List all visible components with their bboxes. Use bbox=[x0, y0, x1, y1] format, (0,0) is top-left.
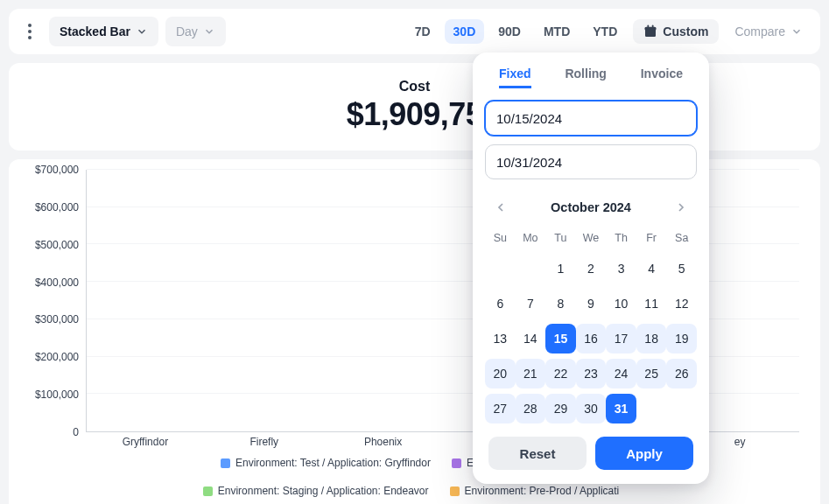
y-tick: $300,000 bbox=[35, 313, 79, 326]
calendar-dow: Fr bbox=[636, 227, 667, 249]
calendar-day[interactable]: 30 bbox=[576, 394, 607, 424]
popover-tab-invoice[interactable]: Invoice bbox=[641, 66, 683, 88]
chevron-down-icon bbox=[136, 25, 148, 38]
calendar-day[interactable]: 26 bbox=[666, 359, 697, 388]
x-tick: Phoenix bbox=[347, 436, 420, 448]
x-tick: ey bbox=[703, 436, 776, 448]
calendar-day[interactable]: 1 bbox=[545, 254, 576, 284]
range-90d[interactable]: 90D bbox=[489, 19, 530, 44]
calendar-day[interactable]: 8 bbox=[545, 289, 576, 318]
granularity-select[interactable]: Day bbox=[165, 17, 226, 46]
y-tick: $700,000 bbox=[35, 164, 79, 176]
calendar-day[interactable]: 21 bbox=[516, 359, 546, 388]
calendar-day[interactable]: 5 bbox=[666, 254, 697, 284]
y-tick: $600,000 bbox=[35, 201, 79, 214]
calendar-dow: We bbox=[576, 227, 607, 249]
calendar-day[interactable]: 27 bbox=[485, 394, 516, 424]
compare-button[interactable]: Compare bbox=[726, 19, 811, 44]
kebab-icon bbox=[28, 23, 32, 41]
chart-type-select[interactable]: Stacked Bar bbox=[49, 17, 158, 46]
more-menu-button[interactable] bbox=[18, 19, 42, 44]
next-month-button[interactable] bbox=[669, 195, 693, 220]
calendar-day[interactable]: 11 bbox=[636, 289, 667, 318]
legend-label: Environment: Staging / Application: Ende… bbox=[218, 485, 429, 497]
range-7d[interactable]: 7D bbox=[406, 19, 439, 44]
popover-tab-fixed[interactable]: Fixed bbox=[499, 66, 531, 88]
calendar-day[interactable]: 31 bbox=[606, 394, 636, 424]
calendar-day[interactable]: 14 bbox=[516, 324, 546, 354]
calendar-day[interactable]: 6 bbox=[485, 289, 516, 318]
y-tick: $400,000 bbox=[35, 276, 79, 289]
calendar-day[interactable]: 12 bbox=[666, 289, 697, 318]
calendar-icon bbox=[643, 24, 657, 38]
chevron-right-icon bbox=[674, 200, 688, 214]
calendar-day[interactable]: 15 bbox=[545, 324, 576, 354]
end-date-input[interactable] bbox=[485, 144, 697, 179]
calendar-dow: Sa bbox=[666, 227, 697, 249]
calendar-day[interactable]: 20 bbox=[485, 359, 516, 388]
calendar-day[interactable]: 24 bbox=[606, 359, 636, 388]
chevron-down-icon bbox=[203, 25, 215, 38]
date-range-popover: FixedRollingInvoice October 2024 SuMoTuW… bbox=[473, 52, 709, 484]
calendar-day[interactable]: 28 bbox=[516, 394, 546, 424]
chevron-left-icon bbox=[494, 200, 508, 214]
granularity-label: Day bbox=[176, 24, 198, 38]
legend-swatch bbox=[452, 458, 461, 468]
calendar-day[interactable]: 16 bbox=[576, 324, 607, 354]
svg-rect-1 bbox=[645, 27, 656, 30]
custom-range-button[interactable]: Custom bbox=[633, 19, 719, 44]
legend-item: Environment: Test / Application: Gryffin… bbox=[221, 457, 431, 469]
legend-label: Environment: Test / Application: Gryffin… bbox=[235, 457, 431, 469]
calendar-grid: SuMoTuWeThFrSa12345678910111213141516171… bbox=[485, 227, 697, 424]
popover-tabs: FixedRollingInvoice bbox=[485, 66, 697, 88]
calendar-dow: Tu bbox=[545, 227, 576, 249]
x-tick: Firefly bbox=[228, 436, 301, 448]
calendar-day[interactable]: 18 bbox=[636, 324, 667, 354]
calendar-day[interactable]: 25 bbox=[636, 359, 667, 388]
time-range-group: 7D30D90DMTDYTD bbox=[406, 19, 627, 44]
calendar-dow: Th bbox=[606, 227, 636, 249]
reset-button[interactable]: Reset bbox=[488, 437, 587, 470]
calendar-dow: Su bbox=[485, 227, 516, 249]
chart-type-label: Stacked Bar bbox=[60, 24, 130, 38]
start-date-input[interactable] bbox=[485, 101, 697, 136]
compare-label: Compare bbox=[734, 24, 785, 38]
calendar-day[interactable]: 7 bbox=[516, 289, 546, 318]
calendar-day[interactable]: 9 bbox=[576, 289, 607, 318]
range-mtd[interactable]: MTD bbox=[535, 19, 579, 44]
custom-range-label: Custom bbox=[663, 24, 708, 38]
y-axis: 0$100,000$200,000$300,000$400,000$500,00… bbox=[23, 170, 86, 432]
chevron-down-icon bbox=[790, 25, 803, 38]
apply-button[interactable]: Apply bbox=[595, 437, 693, 470]
calendar-day[interactable]: 19 bbox=[666, 324, 697, 354]
y-tick: $200,000 bbox=[35, 351, 79, 363]
calendar-day[interactable]: 22 bbox=[545, 359, 576, 388]
legend-item: Environment: Pre-Prod / Applicati bbox=[450, 485, 620, 497]
y-tick: 0 bbox=[73, 426, 79, 438]
y-tick: $500,000 bbox=[35, 239, 79, 251]
calendar-day[interactable]: 4 bbox=[636, 254, 667, 284]
range-ytd[interactable]: YTD bbox=[584, 19, 626, 44]
legend-swatch bbox=[203, 486, 213, 496]
legend-swatch bbox=[450, 486, 460, 496]
calendar-day[interactable]: 2 bbox=[576, 254, 607, 284]
legend-label: Environment: Pre-Prod / Applicati bbox=[465, 485, 620, 497]
calendar-day[interactable]: 29 bbox=[545, 394, 576, 424]
x-tick: Gryffindor bbox=[109, 436, 182, 448]
legend-item: Environment: Staging / Application: Ende… bbox=[203, 485, 429, 497]
calendar-day[interactable]: 3 bbox=[606, 254, 636, 284]
range-30d[interactable]: 30D bbox=[445, 19, 485, 44]
calendar-day[interactable]: 23 bbox=[576, 359, 607, 388]
calendar-month-title: October 2024 bbox=[551, 200, 631, 214]
popover-tab-rolling[interactable]: Rolling bbox=[565, 66, 606, 88]
prev-month-button[interactable] bbox=[488, 195, 513, 220]
calendar-day[interactable]: 10 bbox=[606, 289, 636, 318]
calendar-day[interactable]: 17 bbox=[606, 324, 636, 354]
calendar-day[interactable]: 13 bbox=[485, 324, 516, 354]
y-tick: $100,000 bbox=[35, 388, 79, 401]
toolbar: Stacked Bar Day 7D30D90DMTDYTD Custom Co… bbox=[9, 9, 820, 54]
calendar-dow: Mo bbox=[516, 227, 546, 249]
legend-swatch bbox=[221, 458, 230, 468]
